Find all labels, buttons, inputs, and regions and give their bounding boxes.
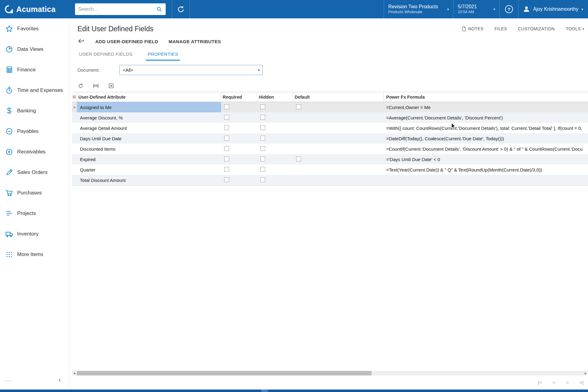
- page-title: Edit User Defined Fields: [77, 25, 153, 33]
- sidebar-item-receivables[interactable]: Receivables: [0, 141, 69, 162]
- required-checkbox[interactable]: [224, 104, 229, 109]
- bars-icon: [5, 209, 14, 218]
- first-page-button[interactable]: |<: [537, 380, 542, 386]
- required-checkbox[interactable]: [224, 146, 229, 151]
- column-header-formula[interactable]: Power Fx Formula: [384, 92, 588, 102]
- tools-button[interactable]: TOOLS ▾: [566, 26, 584, 31]
- column-header-required[interactable]: Required: [221, 92, 257, 102]
- business-date-button[interactable]: [172, 0, 190, 18]
- add-user-defined-field-button[interactable]: ADD USER-DEFINED FIELD: [95, 39, 158, 44]
- hidden-checkbox[interactable]: [260, 125, 265, 130]
- sidebar-item-sales-orders[interactable]: Sales Orders: [0, 162, 69, 183]
- sidebar-item-time-and-expenses[interactable]: Time and Expenses: [0, 80, 69, 100]
- default-checkbox[interactable]: [296, 156, 301, 161]
- grid-settings-cell[interactable]: [72, 92, 77, 102]
- attribute-cell[interactable]: Assigned to Me: [77, 102, 221, 112]
- sidebar-item-inventory[interactable]: Inventory: [0, 224, 69, 244]
- attribute-cell[interactable]: Days Until Due Date: [77, 133, 221, 144]
- scrollbar-thumb[interactable]: [77, 371, 371, 375]
- required-checkbox[interactable]: [224, 136, 229, 141]
- sidebar-item-purchases[interactable]: Purchases: [0, 183, 69, 203]
- hidden-checkbox[interactable]: [260, 104, 265, 109]
- formula-cell[interactable]: =CountIf(Current.'Document Details', 'Di…: [384, 146, 588, 152]
- hidden-checkbox[interactable]: [260, 167, 265, 172]
- table-row[interactable]: Expired ='Days Until Due Date' < 0: [72, 154, 588, 164]
- hidden-checkbox[interactable]: [260, 146, 265, 151]
- attribute-cell[interactable]: Average Detail Amount: [77, 123, 221, 133]
- previous-page-button[interactable]: <: [552, 380, 556, 386]
- attribute-cell[interactable]: Average Discount, %: [77, 112, 221, 123]
- formula-cell[interactable]: ='Days Until Due Date' < 0: [384, 157, 588, 162]
- page-links: NOTES FILES CUSTOMIZATION TOOLS ▾: [462, 26, 586, 32]
- sidebar-item-data-views[interactable]: Data Views: [0, 39, 69, 59]
- hidden-checkbox[interactable]: [260, 177, 265, 182]
- refresh-icon: [77, 83, 84, 89]
- notes-button[interactable]: NOTES: [462, 26, 483, 32]
- sidebar-item-more-items[interactable]: More Items: [0, 244, 69, 265]
- horizontal-scrollbar[interactable]: ◄ ►: [72, 371, 588, 375]
- attribute-cell[interactable]: Total Discount Amount: [77, 175, 221, 185]
- table-row[interactable]: Days Until Due Date =DateDiff(Today(), C…: [72, 133, 588, 144]
- formula-cell[interactable]: =With({ count: CountRows(Current.'Docume…: [384, 126, 588, 131]
- default-checkbox[interactable]: [296, 104, 301, 109]
- required-checkbox[interactable]: [224, 156, 229, 161]
- hidden-checkbox[interactable]: [260, 136, 265, 141]
- customization-button[interactable]: CUSTOMIZATION: [518, 26, 555, 31]
- attribute-cell[interactable]: Quarter: [77, 164, 221, 175]
- sidebar-item-projects[interactable]: Projects: [0, 203, 69, 224]
- manage-attributes-button[interactable]: MANAGE ATTRIBUTES: [168, 39, 221, 44]
- table-row[interactable]: > Assigned to Me =Current.Owner = Me: [72, 102, 588, 112]
- collapse-sidebar-button[interactable]: ‹: [58, 377, 61, 384]
- required-checkbox[interactable]: [224, 125, 229, 130]
- formula-cell[interactable]: =Average(Current.'Document Details', 'Di…: [384, 115, 588, 120]
- back-button[interactable]: [77, 37, 85, 46]
- table-row[interactable]: Total Discount Amount: [72, 175, 588, 185]
- acumatica-logo[interactable]: Acumatica: [0, 0, 69, 18]
- column-header-attribute[interactable]: User-Defined Attribute: [77, 92, 221, 102]
- more-options-button[interactable]: ···: [4, 377, 12, 384]
- sidebar-item-banking[interactable]: $ Banking: [0, 100, 69, 121]
- company-selector[interactable]: Revision Two Products Products Wholesale…: [384, 0, 453, 18]
- sidebar-item-favorites[interactable]: Favorites: [0, 18, 69, 39]
- branch-name: Products Wholesale: [388, 10, 438, 15]
- global-search[interactable]: [75, 3, 166, 15]
- formula-cell[interactable]: =Current.Owner = Me: [384, 105, 588, 110]
- formula-cell[interactable]: =DateDiff(Today(), Coalesce(Current.'Due…: [384, 136, 588, 141]
- scroll-right-button[interactable]: ►: [583, 372, 588, 375]
- required-checkbox[interactable]: [224, 115, 229, 120]
- attribute-cell[interactable]: Expired: [77, 154, 221, 164]
- formula-cell[interactable]: =Text(Year(Current.Date)) & " Q" & Text(…: [384, 167, 588, 172]
- document-select[interactable]: <All> ▾: [119, 65, 263, 75]
- hidden-checkbox[interactable]: [260, 115, 265, 120]
- files-button[interactable]: FILES: [495, 26, 507, 31]
- table-row[interactable]: Average Discount, % =Average(Current.'Do…: [72, 112, 588, 123]
- next-page-button[interactable]: >: [566, 380, 569, 386]
- table-row[interactable]: Discounted Items =CountIf(Current.'Docum…: [72, 144, 588, 154]
- help-icon: ?: [505, 5, 513, 13]
- table-row[interactable]: Average Detail Amount =With({ count: Cou…: [72, 123, 588, 133]
- search-input[interactable]: [78, 6, 156, 12]
- chevron-down-icon: ▾: [447, 7, 449, 11]
- scroll-left-button[interactable]: ◄: [72, 372, 77, 375]
- company-name: Revision Two Products: [388, 4, 438, 10]
- business-datetime-selector[interactable]: 5/7/2021 10:54 AM ▾: [454, 0, 499, 18]
- export-to-excel-button[interactable]: [107, 82, 115, 89]
- column-header-default[interactable]: Default: [293, 92, 384, 102]
- help-button[interactable]: ?: [500, 0, 518, 18]
- column-header-hidden[interactable]: Hidden: [257, 92, 293, 102]
- user-menu[interactable]: Ajoy Krishnamoorthy ▾: [518, 0, 588, 18]
- tab-properties[interactable]: PROPERTIES: [146, 48, 180, 61]
- hidden-checkbox[interactable]: [260, 156, 265, 161]
- refresh-button[interactable]: [77, 82, 84, 89]
- sidebar-item-finance[interactable]: Finance: [0, 59, 69, 80]
- table-row[interactable]: Quarter =Text(Year(Current.Date)) & " Q"…: [72, 164, 588, 175]
- tab-user-defined-fields[interactable]: USER DEFINED FIELDS: [77, 48, 134, 61]
- last-page-button[interactable]: >|: [579, 380, 584, 386]
- fit-to-screen-button[interactable]: [92, 82, 100, 89]
- required-checkbox[interactable]: [224, 167, 229, 172]
- required-checkbox[interactable]: [224, 177, 229, 182]
- search-icon[interactable]: [156, 6, 163, 13]
- attribute-cell[interactable]: Discounted Items: [77, 144, 221, 154]
- pencil-icon: [5, 168, 14, 177]
- sidebar-item-payables[interactable]: Payables: [0, 121, 69, 141]
